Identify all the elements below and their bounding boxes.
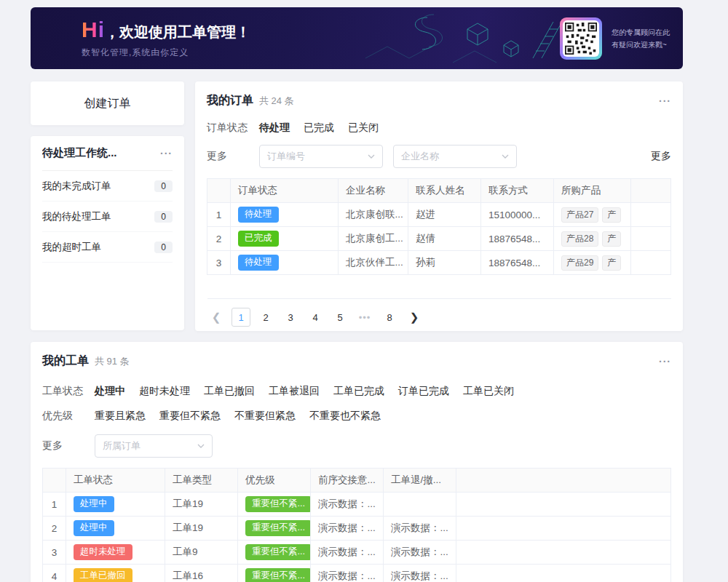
products-cell: 产品28产 [554, 227, 631, 251]
priority-badge: 重要但不紧... [245, 568, 311, 582]
company-cell: 北京伙伴工... [339, 251, 408, 275]
stat-row-overtime-tickets[interactable]: 我的超时工单 0 [42, 232, 173, 263]
col-ticket-type: 工单类型 [165, 469, 238, 493]
qr-code [560, 17, 602, 60]
product-tag: 产 [602, 207, 621, 223]
page-number[interactable]: 5 [331, 308, 349, 327]
ticket-status-option[interactable]: 工单已关闭 [463, 385, 514, 398]
col-priority: 优先级 [238, 469, 311, 493]
ticket-type-cell: 工单16 [165, 565, 238, 582]
withdraw-cell: 演示数据：... [384, 517, 456, 541]
page-number[interactable]: 3 [281, 308, 300, 327]
ticket-row[interactable]: 1 处理中 工单19 重要但不紧... 演示数据：... [43, 493, 671, 517]
order-status-option[interactable]: 已完成 [304, 121, 334, 135]
ticket-row[interactable]: 3 超时未处理 工单9 重要但不紧... 演示数据：... 演示数据：... [43, 541, 671, 565]
product-tag: 产 [602, 231, 621, 247]
page-number[interactable]: 4 [306, 308, 325, 327]
tickets-count: 共 91 条 [95, 355, 130, 368]
next-page-icon[interactable]: ❯ [405, 308, 424, 327]
ticket-status-option[interactable]: 工单已撤回 [204, 385, 255, 398]
more-filters-label: 更多 [42, 439, 95, 453]
products-cell: 产品29产 [554, 251, 631, 275]
order-number-select[interactable]: 订单编号 [259, 145, 383, 168]
col-ticket-status: 工单状态 [66, 469, 165, 493]
col-filler [631, 179, 671, 203]
ticket-row[interactable]: 4 工单已撤回 工单16 重要但不紧... 演示数据：... 演示数据：... [43, 565, 671, 582]
stat-count-badge: 0 [154, 211, 173, 223]
products-cell: 产品27产 [554, 203, 631, 227]
stat-row-unfinished-orders[interactable]: 我的未完成订单 0 [42, 171, 173, 202]
product-tag: 产 [602, 255, 621, 271]
page-number[interactable]: 2 [256, 308, 275, 327]
ticket-status-option[interactable]: 处理中 [95, 385, 125, 398]
ticket-status-option[interactable]: 工单已完成 [333, 385, 384, 398]
order-row[interactable]: 3 待处理 北京伙伴工... 孙莉 18876548... 产品29产 [207, 251, 671, 275]
ticket-status-option[interactable]: 订单已完成 [398, 385, 449, 398]
prev-page-icon[interactable]: ❮ [207, 308, 226, 327]
parent-order-select[interactable]: 所属订单 [95, 434, 213, 458]
status-badge: 处理中 [74, 496, 114, 512]
ticket-type-cell: 工单19 [165, 517, 238, 541]
product-tag: 产品27 [561, 207, 598, 223]
contact-cell: 孙莉 [408, 251, 481, 275]
order-row[interactable]: 2 已完成 北京康创工... 赵倩 18876548... 产品28产 [207, 227, 671, 251]
status-badge: 待处理 [238, 255, 279, 271]
tickets-panel: 我的工单 共 91 条 ··· 工单状态 处理中 超时未处理 工单已撤回 工单被… [31, 342, 683, 582]
welcome-banner: Hi ，欢迎使用工单管理！ 数智化管理,系统由你定义 [31, 7, 683, 69]
more-options-icon[interactable]: ··· [659, 356, 671, 367]
col-company: 企业名称 [339, 179, 408, 203]
create-order-button[interactable]: 创建订单 [80, 95, 135, 112]
priority-option[interactable]: 重要但不紧急 [159, 410, 221, 423]
orders-panel-title: 我的订单 [207, 93, 253, 108]
stat-row-pending-tickets[interactable]: 我的待处理工单 0 [42, 202, 173, 232]
pending-work-card: 待处理工作统... ··· 我的未完成订单 0 我的待处理工单 0 我的超时工单… [31, 136, 184, 330]
chevron-down-icon [368, 154, 375, 159]
handover-cell: 演示数据：... [311, 493, 384, 517]
company-name-select-placeholder: 企业名称 [401, 150, 439, 163]
greeting-hi: Hi [82, 17, 105, 42]
withdraw-cell [384, 493, 456, 517]
ticket-status-option[interactable]: 工单被退回 [269, 385, 320, 398]
company-name-select[interactable]: 企业名称 [393, 145, 517, 168]
tickets-table: 工单状态 工单类型 优先级 前序交接意... 工单退/撤... 1 处理中 工单… [42, 468, 671, 582]
product-tag: 产品29 [561, 255, 598, 271]
page-number[interactable]: 1 [232, 308, 250, 327]
ticket-row[interactable]: 2 处理中 工单19 重要但不紧... 演示数据：... 演示数据：... [43, 517, 671, 541]
priority-option[interactable]: 不重要但紧急 [234, 410, 296, 423]
row-index: 3 [207, 251, 231, 275]
page-number[interactable]: 8 [380, 308, 399, 327]
ticket-status-option[interactable]: 超时未处理 [139, 385, 190, 398]
stat-count-badge: 0 [154, 242, 173, 253]
more-options-icon[interactable]: ··· [659, 95, 671, 107]
orders-count: 共 24 条 [259, 95, 294, 108]
withdraw-cell: 演示数据：... [384, 541, 456, 565]
order-status-option[interactable]: 待处理 [259, 121, 290, 135]
company-cell: 北京康创联... [339, 203, 408, 227]
row-index: 1 [207, 203, 231, 227]
phone-cell: 15100000... [481, 203, 554, 227]
order-status-option[interactable]: 已关闭 [348, 121, 379, 135]
col-index [207, 179, 231, 203]
greeting-text: ，欢迎使用工单管理！ [105, 23, 250, 42]
col-contact-name: 联系人姓名 [408, 179, 481, 203]
priority-badge: 重要但不紧... [245, 520, 311, 536]
priority-option[interactable]: 重要且紧急 [95, 410, 146, 423]
more-options-icon[interactable]: ··· [160, 148, 173, 159]
qr-caption-line2: 有疑问欢迎来戳~ [612, 39, 670, 51]
status-badge: 已完成 [238, 231, 279, 247]
qr-block: 您的专属顾问在此 有疑问欢迎来戳~ [560, 17, 670, 60]
banner-text-block: Hi ，欢迎使用工单管理！ 数智化管理,系统由你定义 [31, 17, 250, 59]
withdraw-cell: 演示数据：... [384, 565, 456, 582]
parent-order-select-placeholder: 所属订单 [103, 439, 141, 453]
order-row[interactable]: 1 待处理 北京康创联... 赵进 15100000... 产品27产 [207, 203, 671, 227]
ticket-type-cell: 工单9 [165, 541, 238, 565]
order-status-filter-label: 订单状态 [207, 121, 259, 135]
priority-option[interactable]: 不重要也不紧急 [309, 410, 381, 423]
pagination-ellipsis-icon[interactable]: ••• [355, 308, 374, 327]
ticket-status-filter-label: 工单状态 [42, 385, 95, 398]
more-link[interactable]: 更多 [651, 150, 671, 163]
qr-code-image [563, 20, 599, 57]
contact-cell: 赵倩 [408, 227, 481, 251]
pagination: ❮ 1 2 3 4 5 ••• 8 ❯ [207, 308, 671, 327]
stat-label: 我的超时工单 [42, 241, 101, 254]
